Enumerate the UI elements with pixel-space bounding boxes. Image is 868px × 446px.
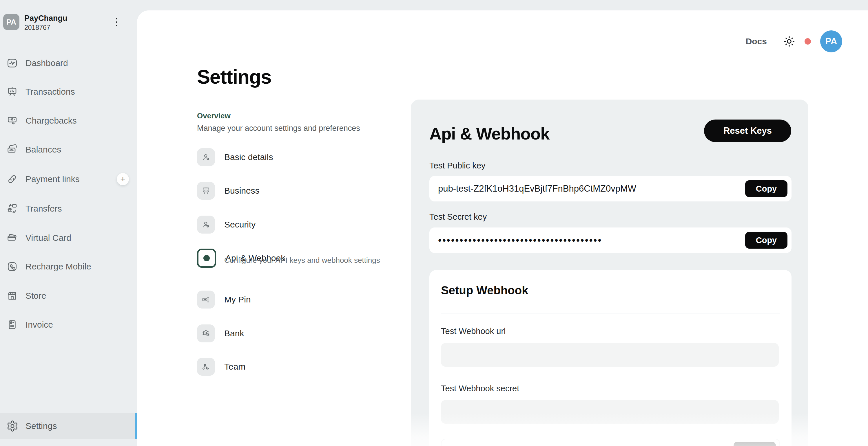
public-key-value: pub-test-Z2fK1oH31qEvBjtf7FnBhp6CtMZ0vpM… (438, 183, 636, 194)
overview-subtitle: Manage your account settings and prefere… (197, 124, 360, 133)
sidebar-item-label: Chargebacks (26, 116, 77, 126)
sidebar-item-settings[interactable]: Settings (0, 413, 137, 439)
divider (441, 313, 780, 313)
theme-toggle-sun-icon[interactable] (783, 35, 795, 47)
settings-gear-icon (6, 420, 19, 432)
user-badge-icon (197, 216, 215, 234)
settings-nav-my-pin[interactable]: My Pin (197, 290, 251, 309)
sidebar-item-dashboard[interactable]: Dashboard (0, 48, 137, 77)
settings-nav-team[interactable]: Team (197, 358, 245, 376)
account-name: PayChangu (24, 14, 67, 23)
sidebar-item-chargebacks[interactable]: Chargebacks (0, 106, 137, 135)
partial-copy-button[interactable] (734, 442, 776, 446)
setup-webhook-card: Setup Webhook Test Webhook url Test Webh… (429, 270, 792, 446)
settings-nav-label: Basic details (224, 152, 273, 162)
sidebar-item-label: Transactions (26, 87, 75, 97)
settings-nav-label: Business (224, 186, 259, 196)
sidebar-item-label: Invoice (26, 320, 53, 330)
active-dot-icon (197, 249, 216, 268)
user-badge-icon (197, 148, 215, 166)
copy-secret-key-button[interactable]: Copy (745, 232, 787, 249)
sidebar-item-balances[interactable]: Balances (0, 135, 137, 164)
user-avatar[interactable]: PA (820, 30, 842, 53)
account-menu-kebab-icon[interactable] (111, 15, 122, 29)
recharge-mobile-icon (6, 261, 18, 272)
account-id: 2018767 (24, 24, 51, 32)
pin-input-icon (197, 290, 215, 309)
main-content: Docs PA Settings Overview Manage your ac… (137, 10, 868, 446)
reset-keys-button[interactable]: Reset Keys (704, 119, 791, 142)
add-payment-link-button[interactable]: + (117, 173, 129, 185)
secret-key-field: •••••••••••••••••••••••••••••••••••••• C… (429, 228, 792, 253)
dashboard-icon (6, 57, 18, 69)
panel-title: Api & Webhook (429, 124, 549, 143)
settings-nav-label: Security (224, 220, 255, 230)
sidebar: PA PayChangu 2018767 Dashboard Transacti… (0, 0, 137, 446)
sidebar-item-label: Settings (26, 421, 57, 431)
test-webhook-secret-input[interactable] (441, 400, 779, 424)
team-nodes-icon (197, 358, 215, 376)
sidebar-item-virtual-card[interactable]: Virtual Card (0, 224, 137, 252)
sidebar-item-label: Dashboard (26, 58, 68, 68)
bank-check-icon (197, 324, 215, 342)
test-webhook-url-input[interactable] (441, 343, 779, 367)
settings-nav-label: Team (224, 362, 245, 372)
webhook-url-label: Test Webhook url (441, 327, 506, 336)
active-indicator-bar (135, 413, 137, 439)
presentation-board-icon (197, 182, 215, 200)
api-webhook-panel: Api & Webhook Reset Keys Test Public key… (411, 100, 808, 446)
settings-nav-business[interactable]: Business (197, 182, 259, 200)
settings-nav-basic-details[interactable]: Basic details (197, 148, 273, 166)
sidebar-item-label: Transfers (26, 204, 62, 214)
invoice-icon (6, 319, 18, 331)
transactions-icon (6, 86, 18, 98)
sidebar-item-recharge-mobile[interactable]: Recharge Mobile (0, 252, 137, 281)
sidebar-item-transfers[interactable]: Transfers (0, 194, 137, 223)
sidebar-item-invoice[interactable]: Invoice (0, 310, 137, 339)
transfers-icon (6, 203, 18, 214)
sidebar-item-label: Recharge Mobile (26, 262, 91, 272)
partial-field (441, 439, 780, 446)
setup-webhook-title: Setup Webhook (441, 284, 528, 297)
overview-heading: Overview (197, 111, 230, 121)
sidebar-item-label: Virtual Card (26, 233, 71, 243)
sidebar-item-transactions[interactable]: Transactions (0, 77, 137, 106)
store-icon (6, 290, 18, 302)
secret-key-masked-value: •••••••••••••••••••••••••••••••••••••• (438, 235, 602, 245)
public-key-label: Test Public key (429, 161, 485, 170)
webhook-secret-label: Test Webhook secret (441, 384, 519, 393)
notification-dot (805, 38, 811, 44)
settings-nav-bank[interactable]: Bank (197, 324, 244, 342)
payment-links-icon (6, 173, 18, 185)
sidebar-item-label: Payment links (26, 174, 80, 184)
virtual-card-icon (6, 232, 18, 244)
account-avatar[interactable]: PA (3, 14, 20, 30)
chargebacks-icon (6, 115, 18, 127)
settings-nav-security[interactable]: Security (197, 216, 255, 234)
settings-nav-description: Configure your API keys and webhook sett… (224, 256, 380, 265)
sidebar-item-label: Balances (26, 145, 61, 155)
balances-icon (6, 144, 18, 156)
docs-link[interactable]: Docs (746, 36, 767, 46)
copy-public-key-button[interactable]: Copy (745, 180, 787, 197)
secret-key-label: Test Secret key (429, 212, 487, 222)
settings-nav-label: Bank (224, 329, 244, 338)
sidebar-item-label: Store (26, 291, 46, 301)
settings-nav-label: My Pin (224, 295, 251, 305)
sidebar-item-store[interactable]: Store (0, 281, 137, 310)
page-title: Settings (197, 65, 271, 88)
public-key-field: pub-test-Z2fK1oH31qEvBjtf7FnBhp6CtMZ0vpM… (429, 176, 792, 201)
header-actions: Docs PA (746, 30, 842, 53)
